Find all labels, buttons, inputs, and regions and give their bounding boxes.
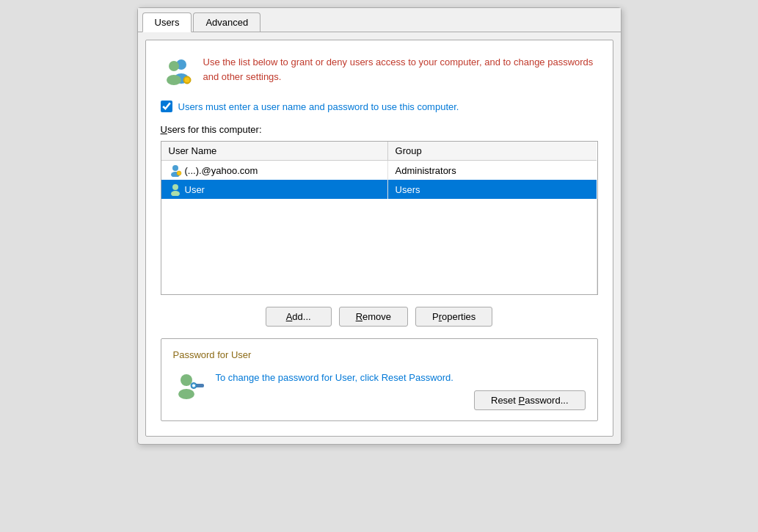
password-text: To change the password for User, click R… [216, 369, 586, 383]
info-text: Use the list below to grant or deny user… [203, 55, 598, 84]
col-username: User Name [161, 142, 388, 161]
password-inner: To change the password for User, click R… [173, 369, 586, 410]
table-row[interactable]: (...).@yahoo.com Administrators [161, 161, 597, 181]
svg-point-9 [177, 171, 181, 175]
properties-btn-label: operties [442, 311, 475, 322]
reset-password-button[interactable]: Reset Password... [474, 390, 586, 410]
add-button[interactable]: Add... [266, 307, 332, 327]
row2-name-text: User [185, 184, 205, 195]
checkbox-row: Users must enter a user name and passwor… [161, 101, 598, 112]
users-table: User Name Group [161, 142, 597, 294]
users-label-u: U [161, 124, 167, 135]
svg-point-7 [172, 165, 178, 171]
row1-name-text: (...).@yahoo.com [185, 165, 258, 176]
main-content: Use the list below to grant or deny user… [145, 40, 613, 437]
info-row: Use the list below to grant or deny user… [161, 55, 598, 87]
user-key-icon [173, 369, 205, 401]
svg-point-5 [167, 75, 181, 85]
users-section-label: Users for this computer: [161, 124, 598, 135]
svg-point-10 [172, 184, 178, 190]
action-buttons: Add... Remove Properties [161, 307, 598, 327]
user-icon [169, 183, 182, 196]
password-section: Password for User To change the password… [161, 338, 598, 421]
users-icon [161, 55, 193, 87]
user-accounts-dialog: Users Advanced [137, 7, 622, 445]
svg-point-11 [171, 191, 180, 196]
add-btn-label: dd... [292, 311, 310, 322]
table-spacer [161, 199, 597, 294]
users-label-rest: sers for this computer: [167, 124, 262, 135]
svg-point-13 [178, 389, 194, 399]
svg-point-12 [181, 374, 192, 386]
remove-btn-label: emove [362, 311, 391, 322]
svg-point-16 [192, 385, 195, 387]
properties-button[interactable]: Properties [415, 307, 492, 327]
tab-bar: Users Advanced [138, 8, 621, 32]
row1-group: Administrators [387, 161, 597, 181]
tab-users[interactable]: Users [142, 12, 192, 32]
reset-btn-label: assword... [525, 395, 568, 406]
users-table-wrap: User Name Group [161, 141, 598, 295]
reset-btn-row: Reset Password... [216, 390, 586, 410]
checkbox-label[interactable]: Users must enter a user name and passwor… [178, 101, 459, 112]
tab-advanced[interactable]: Advanced [193, 12, 260, 32]
checkbox-label-text: Users must enter a user name and passwor… [178, 101, 459, 112]
row2-name: User [161, 180, 388, 199]
remove-button[interactable]: Remove [339, 307, 408, 327]
password-title: Password for User [173, 349, 586, 360]
must-enter-password-checkbox[interactable] [161, 101, 172, 112]
row2-group: Users [387, 180, 597, 199]
table-row[interactable]: User Users [161, 180, 597, 199]
row1-name: (...).@yahoo.com [161, 161, 388, 181]
col-group: Group [387, 142, 597, 161]
user-icon [169, 164, 182, 177]
svg-point-4 [169, 61, 179, 71]
svg-point-6 [184, 77, 190, 83]
